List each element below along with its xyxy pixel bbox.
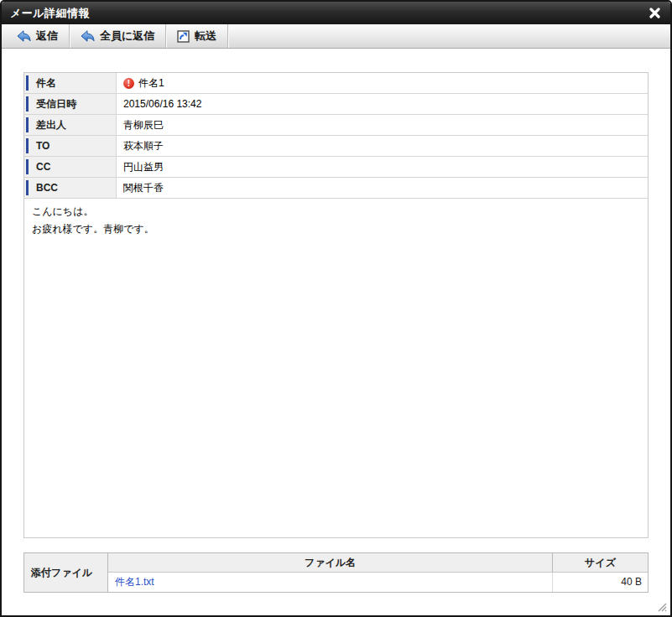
resize-handle[interactable] <box>654 599 667 612</box>
forward-button[interactable]: 転送 <box>166 24 228 48</box>
field-value: 関根千香 <box>117 178 648 198</box>
close-icon <box>649 8 660 18</box>
attachments-section-label: 添付ファイル <box>24 553 108 592</box>
reply-all-arrow-icon <box>81 30 95 42</box>
field-row-cc: CC 円山益男 <box>24 157 648 178</box>
attachment-row-size: 40 B <box>553 573 648 592</box>
mail-detail-panel: 件名 ! 件名1 受信日時 2015/06/16 13:42 差出人 青柳辰巳 … <box>23 72 649 538</box>
reply-button[interactable]: 返信 <box>6 24 70 48</box>
field-row-subject: 件名 ! 件名1 <box>24 73 648 94</box>
mail-body-line: こんにちは。 <box>32 203 640 220</box>
mail-body-line: お疲れ様です。青柳です。 <box>32 220 640 238</box>
field-label: 受信日時 <box>24 94 117 114</box>
field-row-received: 受信日時 2015/06/16 13:42 <box>24 94 648 115</box>
important-icon: ! <box>123 78 134 89</box>
reply-all-button[interactable]: 全員に返信 <box>70 24 166 48</box>
forward-button-label: 転送 <box>195 29 216 44</box>
dialog-title: メール詳細情報 <box>10 6 90 21</box>
reply-all-button-label: 全員に返信 <box>100 29 154 44</box>
field-label: BCC <box>24 178 117 198</box>
subject-text: 件名1 <box>138 76 164 91</box>
field-label: CC <box>24 157 117 177</box>
mail-body: こんにちは。 お疲れ様です。青柳です。 <box>24 199 648 242</box>
close-button[interactable] <box>647 6 662 21</box>
resize-grip-icon <box>654 599 667 612</box>
field-row-to: TO 萩本順子 <box>24 136 648 157</box>
field-label: 差出人 <box>24 115 117 135</box>
mail-detail-dialog: メール詳細情報 返信 <box>0 0 672 617</box>
attachment-row-filename: 件名1.txt <box>108 573 553 592</box>
attachments-col-filename: ファイル名 <box>108 553 553 573</box>
forward-icon <box>177 30 190 43</box>
dialog-title-bar: メール詳細情報 <box>2 2 670 24</box>
field-label: 件名 <box>24 73 117 93</box>
attachment-file-link[interactable]: 件名1.txt <box>115 576 154 588</box>
toolbar: 返信 全員に返信 転送 <box>2 24 670 49</box>
reply-button-label: 返信 <box>36 29 58 44</box>
field-value: 円山益男 <box>117 157 648 177</box>
field-row-sender: 差出人 青柳辰巳 <box>24 115 648 136</box>
attachments-col-size: サイズ <box>553 553 648 573</box>
field-row-bcc: BCC 関根千香 <box>24 178 648 199</box>
field-value: 青柳辰巳 <box>117 115 648 135</box>
field-value: 萩本順子 <box>117 136 648 156</box>
field-value: 2015/06/16 13:42 <box>117 94 648 114</box>
attachments-table: 添付ファイル ファイル名 サイズ 件名1.txt 40 B <box>23 552 649 593</box>
field-label: TO <box>24 136 117 156</box>
field-value-subject: ! 件名1 <box>117 73 648 93</box>
reply-arrow-icon <box>17 30 31 42</box>
